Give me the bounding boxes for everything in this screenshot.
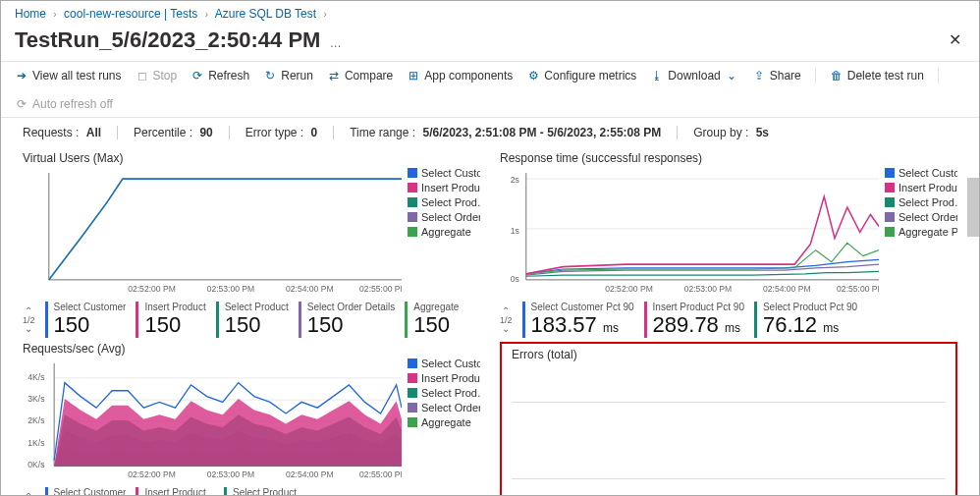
page-title: TestRun_5/6/2023_2:50:44 PM — [15, 28, 320, 52]
chevron-up-icon: ⌃ — [25, 493, 32, 497]
metric-pager[interactable]: ⌃1/2⌄ — [23, 493, 35, 497]
close-button[interactable]: ✕ — [945, 27, 965, 53]
filter-error-type[interactable]: Error type : 0 — [245, 126, 317, 139]
panel-title: Virtual Users (Max) — [23, 151, 480, 165]
rerun-button[interactable]: ↻Rerun — [263, 69, 313, 83]
gear-icon: ⚙ — [526, 69, 540, 83]
view-all-test-runs-button[interactable]: ➔View all test runs — [15, 69, 122, 83]
chevron-up-icon: ⌃ — [502, 307, 510, 315]
metric-rps-select-product: Select Product380.34 /s — [224, 487, 314, 496]
filter-time-range[interactable]: Time range : 5/6/2023, 2:51:08 PM - 5/6/… — [350, 126, 661, 139]
svg-text:02:55:00 PM: 02:55:00 PM — [837, 283, 879, 294]
svg-text:02:52:00 PM: 02:52:00 PM — [605, 283, 653, 294]
metric-insert-product: Insert Product150 — [136, 302, 205, 338]
chevron-down-icon: ⌄ — [502, 325, 510, 333]
panel-errors: Errors (total) — [500, 342, 957, 496]
refresh-button[interactable]: ⟳Refresh — [191, 69, 249, 83]
refresh-icon: ⟳ — [191, 69, 204, 83]
trash-icon: 🗑 — [830, 69, 844, 83]
chart-response-time[interactable]: 2s 1s 0s 02:52:00 PM 02:53:00 PM 02:54:0… — [500, 167, 879, 298]
chevron-up-icon: ⌃ — [25, 307, 32, 315]
chevron-down-icon: ⌄ — [25, 325, 32, 333]
svg-text:1s: 1s — [511, 225, 519, 236]
panel-virtual-users: Virtual Users (Max) 02:52:00 PM 02:53:00… — [23, 151, 480, 338]
chart-errors[interactable] — [512, 363, 946, 496]
breadcrumb-test[interactable]: Azure SQL DB Test — [215, 7, 316, 21]
svg-text:02:53:00 PM: 02:53:00 PM — [207, 283, 255, 294]
filter-bar: Requests : All Percentile : 90 Error typ… — [1, 118, 979, 147]
metric-select-product: Select Product150 — [216, 302, 289, 338]
svg-text:4K/s: 4K/s — [27, 372, 45, 382]
filter-requests[interactable]: Requests : All — [23, 126, 101, 139]
breadcrumb-resource[interactable]: cool-new-resource | Tests — [64, 7, 197, 21]
svg-text:02:53:00 PM: 02:53:00 PM — [684, 283, 733, 294]
svg-text:02:55:00 PM: 02:55:00 PM — [359, 469, 402, 479]
breadcrumb: Home › cool-new-resource | Tests › Azure… — [1, 1, 979, 27]
refresh-icon: ⟳ — [15, 97, 28, 111]
panel-requests-sec: Requests/sec (Avg) 4K/s 3K/s 2K/s 1K/s 0… — [23, 342, 480, 496]
panel-title: Response time (successful responses) — [500, 151, 957, 165]
download-button[interactable]: ⭳Download⌄ — [650, 69, 737, 83]
chevron-right-icon: › — [323, 9, 326, 20]
more-icon[interactable]: … — [330, 36, 342, 50]
metric-select-order-details: Select Order Details150 — [299, 302, 395, 338]
metric-aggregate: Aggregate150 — [405, 302, 459, 338]
filter-group-by[interactable]: Group by : 5s — [693, 126, 769, 139]
chevron-right-icon: › — [53, 9, 56, 20]
toolbar: ➔View all test runs ◻Stop ⟳Refresh ↻Reru… — [1, 61, 979, 118]
rerun-icon: ↻ — [263, 69, 277, 83]
compare-icon: ⇄ — [327, 69, 341, 83]
share-button[interactable]: ⇪Share — [752, 69, 801, 83]
panel-title: Errors (total) — [512, 348, 946, 361]
panel-response-time: Response time (successful responses) 2s … — [500, 151, 957, 338]
svg-text:02:54:00 PM: 02:54:00 PM — [286, 283, 334, 294]
svg-text:2s: 2s — [511, 174, 519, 185]
chart-virtual-users[interactable]: 02:52:00 PM 02:53:00 PM 02:54:00 PM 02:5… — [23, 167, 402, 298]
metric-select-product-p90: Select Product Pct 9076.12 ms — [754, 302, 857, 338]
metric-pager[interactable]: ⌃1/2⌄ — [23, 307, 35, 333]
legend: Select Custo… Insert Product Select Prod… — [402, 358, 480, 483]
svg-text:1K/s: 1K/s — [27, 437, 45, 447]
metric-pager[interactable]: ⌃1/2⌄ — [500, 307, 513, 333]
download-icon: ⭳ — [650, 69, 664, 83]
svg-text:02:54:00 PM: 02:54:00 PM — [286, 469, 334, 479]
metric-select-customer-p90: Select Customer Pct 90183.57 ms — [522, 302, 634, 338]
metric-rps-select-customer: Select Customer379.9 /s — [45, 487, 127, 496]
svg-text:02:52:00 PM: 02:52:00 PM — [128, 283, 176, 294]
chevron-right-icon: › — [205, 9, 208, 20]
svg-text:0s: 0s — [511, 274, 519, 285]
chart-requests-sec[interactable]: 4K/s 3K/s 2K/s 1K/s 0K/s 02:52:00 PM 02:… — [23, 358, 402, 483]
metric-insert-product-p90: Insert Product Pct 90289.78 ms — [644, 302, 744, 338]
svg-text:0K/s: 0K/s — [27, 459, 45, 468]
svg-text:3K/s: 3K/s — [27, 394, 45, 404]
scrollbar-thumb[interactable] — [967, 178, 979, 237]
chevron-down-icon: ⌄ — [725, 69, 738, 83]
configure-metrics-button[interactable]: ⚙Configure metrics — [526, 69, 636, 83]
app-components-button[interactable]: ⊞App components — [407, 69, 513, 83]
metric-select-customer: Select Customer150 — [45, 302, 127, 338]
legend: Select Custo… Insert Product Select Prod… — [879, 167, 957, 298]
svg-marker-31 — [54, 399, 402, 467]
auto-refresh-toggle[interactable]: ⟳Auto refresh off — [15, 97, 113, 111]
svg-text:02:54:00 PM: 02:54:00 PM — [763, 283, 811, 294]
breadcrumb-home[interactable]: Home — [15, 7, 46, 21]
metric-rps-insert-product: Insert Product380.4 /s — [136, 487, 214, 496]
stop-button[interactable]: ◻Stop — [136, 69, 178, 83]
share-icon: ⇪ — [752, 69, 766, 83]
svg-text:2K/s: 2K/s — [27, 415, 45, 425]
svg-text:02:52:00 PM: 02:52:00 PM — [128, 469, 176, 479]
panel-title: Requests/sec (Avg) — [23, 342, 480, 356]
components-icon: ⊞ — [407, 69, 420, 83]
delete-test-run-button[interactable]: 🗑Delete test run — [830, 69, 924, 83]
svg-text:02:55:00 PM: 02:55:00 PM — [359, 283, 402, 294]
filter-percentile[interactable]: Percentile : 90 — [134, 126, 213, 139]
compare-button[interactable]: ⇄Compare — [327, 69, 393, 83]
arrow-right-circle-icon: ➔ — [15, 69, 28, 83]
svg-text:02:53:00 PM: 02:53:00 PM — [207, 469, 255, 479]
stop-icon: ◻ — [136, 69, 149, 83]
legend: Select Custo… Insert Product Select Prod… — [402, 167, 480, 298]
